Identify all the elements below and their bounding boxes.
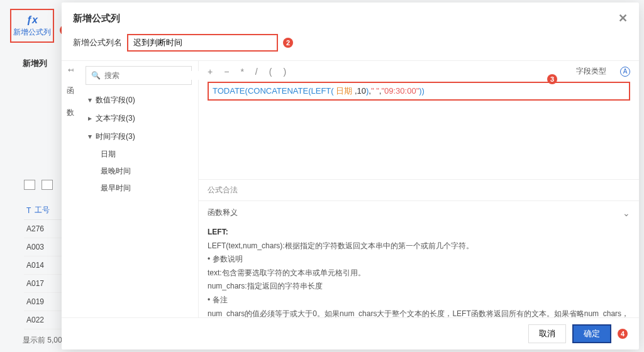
name-row: 新增公式列名 2 (62, 34, 639, 60)
function-section-label: ↤ 函 数 (62, 61, 79, 317)
field-type-icon[interactable]: A (620, 67, 630, 77)
field-tree: 数值字段(0) 文本字段(3) 时间字段(3) 日期 最晚时间 最早时间 (86, 91, 192, 197)
function-panel: 🔍 数值字段(0) 文本字段(3) 时间字段(3) 日期 最晚时间 最早时间 (79, 61, 199, 317)
text-type-icon: T (26, 206, 31, 215)
tree-node-time[interactable]: 时间字段(3) (86, 128, 192, 146)
add-formula-column-button[interactable]: ƒx 新增公式列 (10, 9, 54, 43)
collapse-icon[interactable]: ↤ (68, 66, 74, 74)
tree-leaf-latest[interactable]: 最晚时间 (86, 163, 192, 180)
syntax-status: 公式合法 (199, 179, 639, 201)
grid-view-icon[interactable] (24, 180, 35, 190)
name-label: 新增公式列名 (73, 37, 122, 48)
fn-char: 函 (67, 85, 74, 96)
help-header-row: 函数释义 ⌄ (199, 201, 639, 223)
fn-char: 数 (67, 107, 74, 118)
fx-icon: ƒx (26, 14, 38, 26)
modal-footer: 取消 确定 4 (62, 317, 639, 349)
op-div[interactable]: / (255, 67, 258, 77)
row-count: 显示前 5,00 (23, 335, 62, 346)
operator-bar: + − * / ( ) 字段类型 A (199, 61, 639, 82)
modal-header: 新增公式列 ✕ (62, 3, 639, 34)
chevron-down-icon[interactable]: ⌄ (623, 208, 630, 218)
help-line: text:包含需要选取字符的文本串或单元格引用。 (208, 267, 630, 280)
op-minus[interactable]: − (224, 67, 229, 77)
op-mult[interactable]: * (240, 67, 243, 77)
search-icon: 🔍 (91, 71, 101, 80)
help-body: LEFT: LEFT(text,num_chars):根据指定的字符数返回文本串… (199, 223, 639, 317)
modal-title: 新增公式列 (73, 13, 120, 25)
close-icon[interactable]: ✕ (618, 11, 628, 25)
tree-leaf-date[interactable]: 日期 (86, 146, 192, 163)
tree-node-number[interactable]: 数值字段(0) (86, 91, 192, 109)
op-lparen[interactable]: ( (269, 67, 272, 77)
fx-label: 新增公式列 (13, 27, 51, 38)
column-name: 工号 (35, 205, 50, 216)
editor-area[interactable] (199, 106, 639, 179)
formula-editor: + − * / ( ) 字段类型 A TODATE(CONCATENATE(LE… (199, 61, 639, 317)
help-line: LEFT(text,num_chars):根据指定的字符数返回文本串中的第一个或… (208, 239, 630, 253)
badge-4: 4 (618, 329, 628, 339)
formula-name-input[interactable] (127, 34, 278, 52)
toolbar: ƒx 新增公式列 (10, 9, 65, 43)
tree-node-text[interactable]: 文本字段(3) (86, 109, 192, 128)
split-view-icon[interactable] (42, 180, 53, 190)
ok-button[interactable]: 确定 (572, 324, 611, 343)
op-plus[interactable]: + (208, 67, 213, 77)
add-formula-modal: 新增公式列 ✕ 新增公式列名 2 ↤ 函 数 🔍 数值字段(0) 文本字段(3)… (62, 3, 639, 349)
badge-2: 2 (283, 38, 293, 48)
cancel-button[interactable]: 取消 (528, 324, 566, 343)
help-title: 函数释义 (208, 207, 238, 218)
formula-text[interactable]: TODATE(CONCATENATE(LEFT( 日期 ,10)," ","09… (208, 82, 630, 101)
left-section-title: 新增列 (23, 58, 47, 69)
field-type-label: 字段类型 (576, 66, 606, 77)
modal-body: ↤ 函 数 🔍 数值字段(0) 文本字段(3) 时间字段(3) 日期 最晚时间 … (62, 60, 639, 317)
help-line: num_chars:指定返回的字符串长度 (208, 280, 630, 294)
help-line: • 备注 (208, 294, 630, 307)
help-line: • 参数说明 (208, 253, 630, 267)
search-input[interactable] (104, 71, 199, 80)
help-fn-name: LEFT: (208, 226, 630, 239)
badge-3: 3 (547, 74, 557, 84)
tree-leaf-earliest[interactable]: 最早时间 (86, 180, 192, 197)
help-line: num_chars的值必须等于或大于0。如果num_chars大于整个文本的长度… (208, 307, 630, 317)
view-mode-icons (24, 180, 53, 190)
search-box[interactable]: 🔍 (86, 66, 192, 85)
op-rparen[interactable]: ) (283, 67, 286, 77)
